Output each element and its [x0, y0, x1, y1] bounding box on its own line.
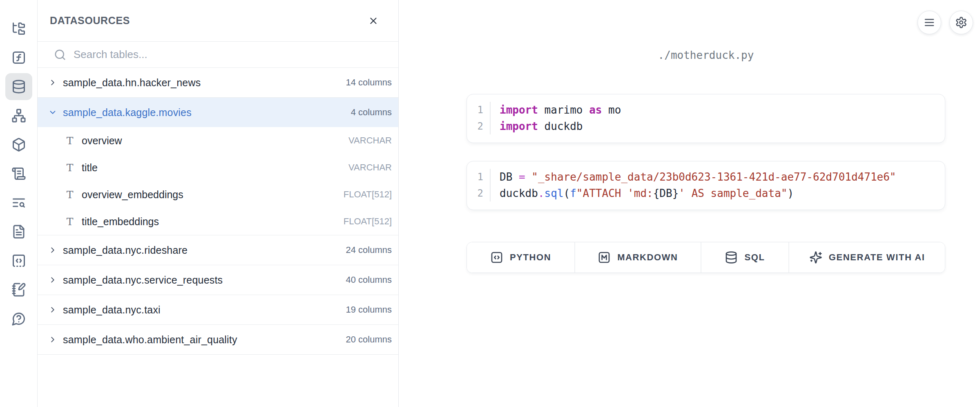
- line-number: 1: [467, 169, 490, 185]
- column-type: FLOAT[512]: [344, 216, 392, 227]
- chevron-right-icon: [48, 335, 57, 344]
- top-actions: [917, 11, 973, 34]
- table-group: sample_data.nyc.taxi19 columns: [38, 295, 398, 325]
- square-m-icon: [598, 251, 611, 264]
- sidebar-item-logs[interactable]: [5, 160, 32, 187]
- x-icon: [368, 16, 379, 26]
- code-editor[interactable]: import marimo as moimport duckdb: [491, 102, 621, 134]
- search-input[interactable]: [74, 48, 388, 61]
- table-row[interactable]: sample_data.nyc.taxi19 columns: [38, 295, 398, 324]
- panel-title: DATASOURCES: [50, 15, 130, 27]
- folder-tree-icon: [11, 21, 26, 36]
- table-group: sample_data.nyc.rideshare24 columns: [38, 235, 398, 265]
- notebook-menu-button[interactable]: [917, 11, 941, 34]
- table-name: sample_data.who.ambient_air_quality: [63, 334, 237, 346]
- sidebar: [0, 0, 38, 407]
- settings-button[interactable]: [949, 11, 973, 34]
- chevron-right-icon: [48, 246, 57, 255]
- add-python-cell-button[interactable]: PYTHON: [467, 242, 574, 273]
- add-cell-toolbar: PYTHONMARKDOWNSQLGENERATE WITH AI: [467, 242, 945, 273]
- add-cell-button-label: SQL: [744, 252, 765, 263]
- line-number-gutter: 12: [467, 169, 491, 201]
- column-type-icon: T: [65, 189, 75, 201]
- column-type: VARCHAR: [348, 135, 392, 146]
- box-icon: [11, 137, 26, 152]
- table-row[interactable]: sample_data.nyc.service_requests40 colum…: [38, 265, 398, 295]
- chevron-right-icon: [48, 275, 57, 284]
- table-column-count: 4 columns: [351, 107, 392, 118]
- table-column-count: 14 columns: [346, 77, 392, 88]
- sidebar-item-variables[interactable]: [5, 44, 32, 71]
- column-row[interactable]: Ttitle_embeddingsFLOAT[512]: [38, 208, 398, 235]
- line-number: 1: [467, 102, 490, 118]
- table-row[interactable]: sample_data.nyc.rideshare24 columns: [38, 235, 398, 265]
- code-line: import duckdb: [500, 118, 621, 134]
- table-column-count: 19 columns: [346, 304, 392, 315]
- message-circle-question-icon: [11, 311, 26, 326]
- table-name: sample_data.nyc.service_requests: [63, 274, 223, 286]
- code-editor[interactable]: DB = "_share/sample_data/23b0d623-1361-4…: [491, 169, 896, 201]
- column-row[interactable]: ToverviewVARCHAR: [38, 127, 398, 154]
- column-name: title: [82, 162, 98, 174]
- table-column-count: 24 columns: [346, 245, 392, 255]
- close-panel-button[interactable]: [365, 12, 382, 29]
- sidebar-item-scratchpad[interactable]: [5, 276, 32, 303]
- notebook-pen-icon: [11, 282, 26, 297]
- main-area: ./motherduck.py 12import marimo as moimp…: [399, 0, 980, 407]
- function-square-icon: [11, 50, 26, 65]
- table-group: sample_data.nyc.service_requests40 colum…: [38, 265, 398, 295]
- add-cell-button-label: GENERATE WITH AI: [829, 252, 925, 263]
- column-type: FLOAT[512]: [344, 189, 392, 200]
- square-dashed-code-icon: [11, 253, 26, 268]
- table-row[interactable]: sample_data.who.ambient_air_quality20 co…: [38, 325, 398, 354]
- table-group: sample_data.who.ambient_air_quality20 co…: [38, 325, 398, 355]
- text-search-icon: [11, 195, 26, 210]
- column-type-icon: T: [65, 135, 75, 147]
- chevron-right-icon: [48, 246, 57, 255]
- menu-icon: [923, 16, 935, 29]
- table-row[interactable]: sample_data.hn.hacker_news14 columns: [38, 68, 398, 97]
- database-icon: [11, 79, 26, 94]
- sidebar-item-snippets[interactable]: [5, 247, 32, 274]
- table-name: sample_data.hn.hacker_news: [63, 77, 201, 89]
- table-group: sample_data.kaggle.movies4 columnsToverv…: [38, 98, 398, 235]
- sidebar-item-documentation[interactable]: [5, 218, 32, 245]
- cells-container: 12import marimo as moimport duckdb12DB =…: [467, 94, 945, 210]
- line-number: 2: [467, 118, 490, 134]
- sidebar-item-tracing[interactable]: [5, 189, 32, 216]
- add-markdown-cell-button[interactable]: MARKDOWN: [574, 242, 701, 273]
- add-sql-cell-button[interactable]: SQL: [701, 242, 789, 273]
- notebook-filename[interactable]: ./motherduck.py: [467, 49, 945, 61]
- chevron-right-icon: [48, 78, 57, 87]
- database-icon: [725, 251, 738, 264]
- file-text-icon: [11, 224, 26, 239]
- column-row[interactable]: TtitleVARCHAR: [38, 154, 398, 181]
- chevron-right-icon: [48, 335, 57, 344]
- sidebar-item-file-explorer[interactable]: [5, 15, 32, 42]
- line-number-gutter: 12: [467, 102, 491, 134]
- column-name: overview_embeddings: [82, 189, 183, 201]
- sidebar-item-datasources[interactable]: [5, 73, 32, 100]
- search-bar: [38, 42, 398, 68]
- chevron-down-icon: [48, 108, 57, 117]
- code-line: duckdb.sql(f"ATTACH 'md:{DB}' AS sample_…: [500, 185, 896, 201]
- generate-with-ai-button[interactable]: GENERATE WITH AI: [788, 242, 945, 273]
- search-icon: [54, 49, 66, 61]
- chevron-right-icon: [48, 78, 57, 87]
- notebook: ./motherduck.py 12import marimo as moimp…: [467, 49, 945, 273]
- chevron-right-icon: [48, 305, 57, 314]
- code-cell[interactable]: 12DB = "_share/sample_data/23b0d623-1361…: [467, 161, 945, 210]
- table-row[interactable]: sample_data.kaggle.movies4 columns: [38, 98, 398, 127]
- sidebar-item-dependencies[interactable]: [5, 102, 32, 129]
- table-column-count: 40 columns: [346, 275, 392, 285]
- column-name: title_embeddings: [82, 216, 159, 228]
- sidebar-item-help[interactable]: [5, 305, 32, 332]
- sidebar-item-packages[interactable]: [5, 131, 32, 158]
- app-root: DATASOURCES sample_data.hn.hacker_news14…: [0, 0, 980, 407]
- chevron-right-icon: [48, 305, 57, 314]
- column-type-icon: T: [65, 162, 75, 174]
- column-row[interactable]: Toverview_embeddingsFLOAT[512]: [38, 181, 398, 208]
- code-line: import marimo as mo: [500, 102, 621, 118]
- chevron-right-icon: [48, 275, 57, 284]
- code-cell[interactable]: 12import marimo as moimport duckdb: [467, 94, 945, 143]
